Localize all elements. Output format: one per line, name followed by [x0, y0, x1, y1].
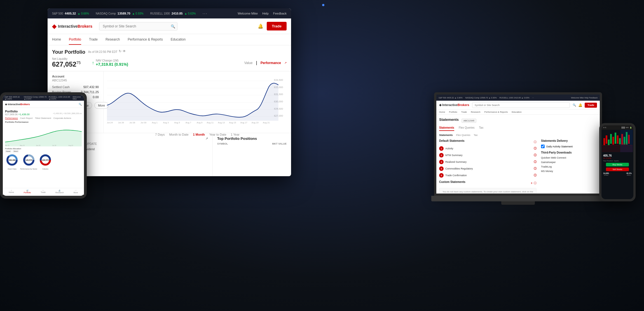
- mtm-info-icon[interactable]: ⓘ: [534, 153, 537, 157]
- tablet-chart-title: Portfolio Performance: [5, 121, 82, 123]
- custom-info-icon[interactable]: ⓘ: [534, 181, 537, 185]
- realized-info-icon[interactable]: ⓘ: [534, 160, 537, 164]
- tablet-tab-cash[interactable]: Cash Report: [20, 117, 33, 120]
- nav-home[interactable]: Home: [52, 35, 61, 45]
- russell-symbol: RUSSELL 1000: [150, 12, 170, 15]
- search-icon[interactable]: 🔍: [171, 24, 175, 28]
- feedback-text[interactable]: Feedback: [273, 12, 287, 15]
- trade-button[interactable]: Trade: [267, 22, 287, 30]
- russell-change: ▲ 0.63%: [184, 12, 196, 15]
- chart-svg: 634,500 633,000 631,500 630,000 628,500 …: [107, 74, 288, 131]
- month-to-date-btn[interactable]: Month to Date: [169, 133, 189, 136]
- laptop-nav-education[interactable]: Education: [512, 111, 522, 113]
- laptop-sub-statements[interactable]: Statements: [439, 134, 453, 136]
- svg-text:Aug 15: Aug 15: [229, 121, 236, 124]
- tablet-tab-titled[interactable]: Titled Statement: [35, 117, 51, 120]
- tablet-nav-research[interactable]: 🔬Research: [55, 189, 64, 194]
- daily-activity-checkbox[interactable]: [541, 145, 545, 148]
- donut-3-label: Industry: [38, 168, 52, 170]
- russell-price: 2410.85: [172, 12, 183, 15]
- net-liquidity-block: Net Liquidity 627,05275: [52, 57, 81, 68]
- ib-logo-text: InteractiveBrokers: [58, 24, 92, 29]
- statement-mtm: 2 MTM Summary ⓘ: [439, 153, 537, 157]
- nav-portfolio[interactable]: Portfolio: [69, 35, 81, 45]
- default-statements-info-icon[interactable]: ⓘ: [534, 140, 537, 144]
- account-id: ABC12345: [52, 79, 99, 82]
- laptop-tab-statements[interactable]: Statements: [439, 126, 454, 131]
- trade-info-icon[interactable]: ⓘ: [534, 173, 537, 177]
- laptop-tab-tax[interactable]: Tax: [479, 126, 484, 131]
- tablet-search-icon[interactable]: 🔍: [79, 103, 82, 106]
- phone-val2-label: Return: [626, 174, 632, 176]
- portfolio-header: Your Portfolio As of 04:22:56 PM EDT ↻ 👁: [52, 49, 287, 55]
- commodities-info-icon[interactable]: ⓘ: [534, 167, 537, 171]
- activity-info-icon[interactable]: ⓘ: [534, 147, 537, 150]
- svg-text:Aug 19: Aug 19: [252, 121, 259, 124]
- tablet-tab-performance[interactable]: Performance: [5, 117, 18, 120]
- search-bar[interactable]: 🔍: [99, 22, 177, 30]
- custom-add-icon[interactable]: +: [531, 181, 533, 185]
- tablet-tab-corporate[interactable]: Corporate Actions: [53, 117, 71, 120]
- tablet-nav-more[interactable]: ⋯More: [74, 189, 78, 194]
- tablet-nav-home[interactable]: ⌂Home: [9, 189, 14, 194]
- laptop-nav-home[interactable]: Home: [439, 111, 445, 113]
- svg-text:Jul 30: Jul 30: [140, 121, 146, 124]
- phone-wifi: WiFi: [626, 127, 629, 129]
- 1month-btn[interactable]: 1 Month: [193, 133, 205, 136]
- nav-trade[interactable]: Trade: [89, 35, 98, 45]
- market-item-russell: RUSSELL 1000 2410.85 ▲ 0.63%: [150, 12, 196, 15]
- search-input[interactable]: [99, 22, 177, 30]
- year-to-date-btn[interactable]: Year to Date: [209, 133, 226, 136]
- laptop-nav-trade[interactable]: Trade: [461, 111, 467, 113]
- phone-val2: +8.1%: [626, 172, 632, 174]
- laptop-dots[interactable]: ···: [532, 97, 534, 99]
- quicken-item: Quicken Web Connect: [541, 156, 597, 159]
- net-liquidity-value: 627,05275: [52, 60, 81, 68]
- tablet-nav-trade[interactable]: ↔Trade: [41, 189, 46, 194]
- laptop-bell-icon[interactable]: 🔔: [578, 103, 582, 107]
- custom-statements-title: Custom Statements: [439, 180, 465, 183]
- positions-columns: SYMBOL MKT VALUE: [217, 142, 287, 145]
- performance-link-icon[interactable]: ↗: [284, 61, 287, 64]
- performance-toggle[interactable]: Performance: [261, 61, 281, 65]
- svg-rect-55: [602, 145, 633, 152]
- nav-change-value: +7,319.81 (0.91%): [96, 62, 128, 67]
- tablet-chart: Apr 25 May 23 Jun 20 Jul 18 Aug 15: [5, 124, 82, 147]
- laptop-nav-research[interactable]: Research: [471, 111, 480, 113]
- phone-sell-button[interactable]: Sell Stocks: [606, 168, 629, 171]
- notification-bell-icon[interactable]: 🔔: [258, 23, 263, 29]
- donut-1-label: Asset Class: [5, 168, 19, 170]
- tablet-nav-portfolio[interactable]: 📊Portfolio: [24, 189, 31, 194]
- laptop-nav-performance[interactable]: Performance & Reports: [484, 111, 508, 113]
- market-item-nasdaq: NASDAQ Comp 13589.70 ▲ 0.93%: [96, 12, 144, 15]
- laptop-search-icon[interactable]: 🔍: [573, 103, 576, 107]
- laptop-sub-tax[interactable]: Tax: [474, 134, 478, 136]
- laptop-sub-flex[interactable]: Flex Queries: [456, 134, 470, 136]
- nav-actions: 🔔 Trade: [258, 22, 287, 30]
- phone-buy-button[interactable]: Buy Stocks: [606, 163, 629, 166]
- svg-text:129,570: 129,570: [42, 159, 49, 161]
- phone-val1-label: Shares: [603, 174, 609, 176]
- nav-education[interactable]: Education: [171, 35, 186, 45]
- hide-eye-icon[interactable]: 👁: [123, 49, 126, 53]
- commodities-num: 4: [439, 166, 444, 171]
- nav-research[interactable]: Research: [106, 35, 120, 45]
- chart-time-buttons: 7 Days Month to Date 1 Month Year to Dat…: [107, 132, 288, 137]
- laptop-trade-button[interactable]: Trade: [585, 103, 597, 108]
- 1year-btn[interactable]: 1 Year: [231, 133, 240, 136]
- statement-commodities: 4 Commodities Regulatory ⓘ: [439, 166, 537, 171]
- svg-text:Jul 26: Jul 26: [118, 121, 124, 124]
- svg-text:405.76: 405.76: [623, 143, 627, 145]
- laptop-search-input[interactable]: [472, 102, 570, 108]
- value-toggle[interactable]: Value: [244, 61, 253, 65]
- market-bar-more[interactable]: ···: [203, 11, 208, 16]
- refresh-icon[interactable]: ↻: [119, 49, 121, 53]
- help-text[interactable]: Help: [262, 12, 269, 15]
- laptop-tab-flex[interactable]: Flex Queries: [459, 126, 475, 131]
- 7days-btn[interactable]: 7 Days: [155, 133, 165, 136]
- tablet-russell: RUSSELL 1000 2410.85 ▲0.63%: [49, 96, 71, 100]
- phone-chart-svg: 405.76: [601, 130, 633, 152]
- nav-performance[interactable]: Performance & Reports: [128, 35, 163, 45]
- laptop-nav-portfolio[interactable]: Portfolio: [449, 111, 457, 113]
- svg-rect-42: [603, 138, 605, 145]
